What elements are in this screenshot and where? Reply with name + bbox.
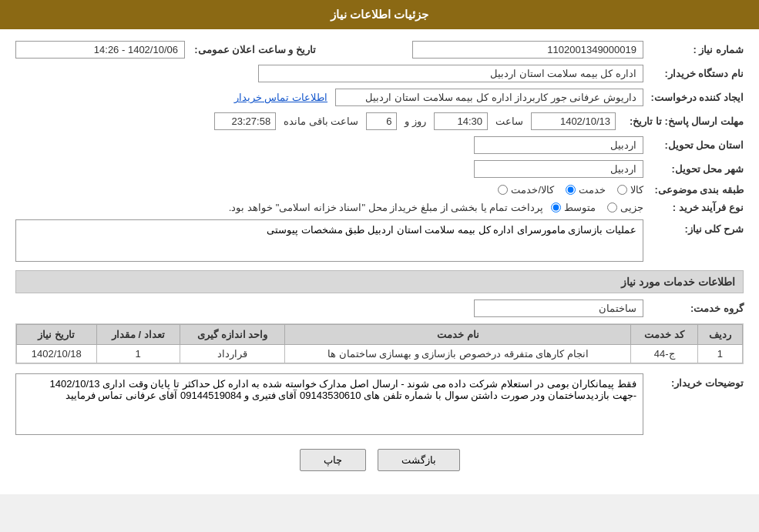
page-header: جزئیات اطلاعات نیاز bbox=[0, 0, 759, 29]
deadline-time-value: 14:30 bbox=[434, 112, 488, 130]
category-option-khedmat[interactable]: خدمت bbox=[566, 184, 606, 196]
buyer-org-row: نام دستگاه خریدار: اداره کل بیمه سلامت ا… bbox=[15, 65, 744, 82]
cell-name: انجام کارهای متفرقه درخصوص بازسازی و بهس… bbox=[285, 345, 631, 363]
category-label: طبقه بندی موضوعی: bbox=[643, 184, 744, 196]
service-group-value: ساختمان bbox=[474, 299, 643, 317]
back-button[interactable]: بازگشت bbox=[378, 449, 460, 471]
delivery-province-value: اردبیل bbox=[474, 136, 643, 154]
cell-date: 1402/10/18 bbox=[17, 345, 97, 363]
buyer-notes-textarea[interactable] bbox=[15, 373, 643, 435]
creator-value: داریوش عرفانی جور کاربرداز اداره کل بیمه… bbox=[335, 89, 643, 106]
delivery-city-label: شهر محل تحویل: bbox=[643, 163, 744, 175]
deadline-row: مهلت ارسال پاسخ: تا تاریخ: 1402/10/13 سا… bbox=[15, 112, 744, 130]
cell-quantity: 1 bbox=[96, 345, 180, 363]
cell-row: 1 bbox=[697, 345, 742, 363]
category-kala-label: کالا bbox=[630, 184, 643, 196]
col-row-number: ردیف bbox=[697, 325, 742, 345]
category-radio-both[interactable] bbox=[498, 185, 508, 195]
delivery-city-row: شهر محل تحویل: اردبیل bbox=[15, 160, 744, 178]
delivery-province-label: استان محل تحویل: bbox=[643, 139, 744, 151]
action-buttons-row: بازگشت چاپ bbox=[15, 449, 744, 483]
col-quantity: تعداد / مقدار bbox=[96, 325, 180, 345]
cell-unit: قرارداد bbox=[180, 345, 285, 363]
col-unit: واحد اندازه گیری bbox=[180, 325, 285, 345]
deadline-remaining-value: 23:27:58 bbox=[214, 112, 276, 130]
announce-value: 1402/10/06 - 14:26 bbox=[15, 41, 185, 59]
purchase-radio-jozi[interactable] bbox=[607, 202, 617, 212]
description-row: شرح کلی نیاز: bbox=[15, 219, 744, 264]
description-textarea[interactable] bbox=[15, 219, 643, 262]
buyer-notes-row: توضیحات خریدار: bbox=[15, 373, 744, 437]
buyer-notes-label: توضیحات خریدار: bbox=[643, 373, 744, 389]
creator-label: ایجاد کننده درخواست: bbox=[643, 92, 744, 103]
delivery-province-row: استان محل تحویل: اردبیل bbox=[15, 136, 744, 154]
col-service-name: نام خدمت bbox=[285, 325, 631, 345]
purchase-type-radio-group: جزیی متوسط bbox=[551, 202, 643, 213]
purchase-jozi-label: جزیی bbox=[620, 202, 643, 213]
category-radio-group: کالا خدمت کالا/خدمت bbox=[498, 184, 643, 196]
page-container: جزئیات اطلاعات نیاز شماره نیاز : 1102001… bbox=[0, 0, 759, 494]
announce-label: تاریخ و ساعت اعلان عمومی: bbox=[185, 44, 316, 55]
buyer-org-value: اداره کل بیمه سلامت استان اردبیل bbox=[258, 65, 643, 82]
cell-code: ج-44 bbox=[631, 345, 698, 363]
request-number-row: شماره نیاز : 1102001349000019 تاریخ و سا… bbox=[15, 41, 744, 59]
service-group-row: گروه خدمت: ساختمان bbox=[15, 299, 744, 317]
col-date: تاریخ نیاز bbox=[17, 325, 97, 345]
table-header-row: ردیف کد خدمت نام خدمت واحد اندازه گیری ت… bbox=[17, 325, 743, 345]
purchase-type-label: نوع فرآیند خرید : bbox=[643, 202, 744, 213]
table-row: 1ج-44انجام کارهای متفرقه درخصوص بازسازی … bbox=[17, 345, 743, 363]
purchase-type-motavasset[interactable]: متوسط bbox=[551, 202, 596, 213]
category-option-kala[interactable]: کالا bbox=[617, 184, 643, 196]
category-radio-kala[interactable] bbox=[617, 185, 627, 195]
category-radio-khedmat[interactable] bbox=[566, 185, 576, 195]
deadline-days-value: 6 bbox=[366, 112, 397, 130]
category-option-both[interactable]: کالا/خدمت bbox=[498, 184, 554, 196]
request-number-label: شماره نیاز : bbox=[643, 44, 744, 55]
purchase-radio-motavasset[interactable] bbox=[551, 202, 561, 212]
description-label: شرح کلی نیاز: bbox=[643, 219, 744, 235]
category-both-label: کالا/خدمت bbox=[511, 184, 554, 196]
purchase-motavasset-label: متوسط bbox=[564, 202, 596, 213]
category-khedmat-label: خدمت bbox=[579, 184, 606, 196]
request-number-value: 1102001349000019 bbox=[412, 41, 643, 59]
services-section-title: اطلاعات خدمات مورد نیاز bbox=[15, 270, 744, 293]
deadline-day-label: روز و bbox=[405, 115, 426, 127]
purchase-type-note: پرداخت تمام یا بخشی از مبلغ خریداز محل "… bbox=[229, 202, 543, 213]
delivery-city-value: اردبیل bbox=[474, 160, 643, 178]
page-title: جزئیات اطلاعات نیاز bbox=[331, 8, 428, 21]
purchase-type-row: نوع فرآیند خرید : جزیی متوسط پرداخت تمام… bbox=[15, 202, 744, 213]
services-table-wrapper: ردیف کد خدمت نام خدمت واحد اندازه گیری ت… bbox=[15, 323, 744, 364]
deadline-time-label: ساعت bbox=[495, 115, 523, 127]
services-table: ردیف کد خدمت نام خدمت واحد اندازه گیری ت… bbox=[16, 324, 743, 363]
deadline-date-value: 1402/10/13 bbox=[531, 112, 616, 130]
content-area: شماره نیاز : 1102001349000019 تاریخ و سا… bbox=[0, 29, 759, 494]
buyer-org-label: نام دستگاه خریدار: bbox=[643, 68, 744, 79]
col-service-code: کد خدمت bbox=[631, 325, 698, 345]
deadline-label: مهلت ارسال پاسخ: تا تاریخ: bbox=[620, 115, 744, 127]
print-button[interactable]: چاپ bbox=[300, 449, 366, 471]
service-group-label: گروه خدمت: bbox=[643, 303, 744, 314]
creator-row: ایجاد کننده درخواست: داریوش عرفانی جور ک… bbox=[15, 89, 744, 106]
contact-link[interactable]: اطلاعات تماس خریدار bbox=[234, 92, 327, 103]
purchase-type-jozi[interactable]: جزیی bbox=[607, 202, 643, 213]
category-row: طبقه بندی موضوعی: کالا خدمت کالا/خدمت bbox=[15, 184, 744, 196]
deadline-remaining-label: ساعت باقی مانده bbox=[284, 115, 358, 127]
